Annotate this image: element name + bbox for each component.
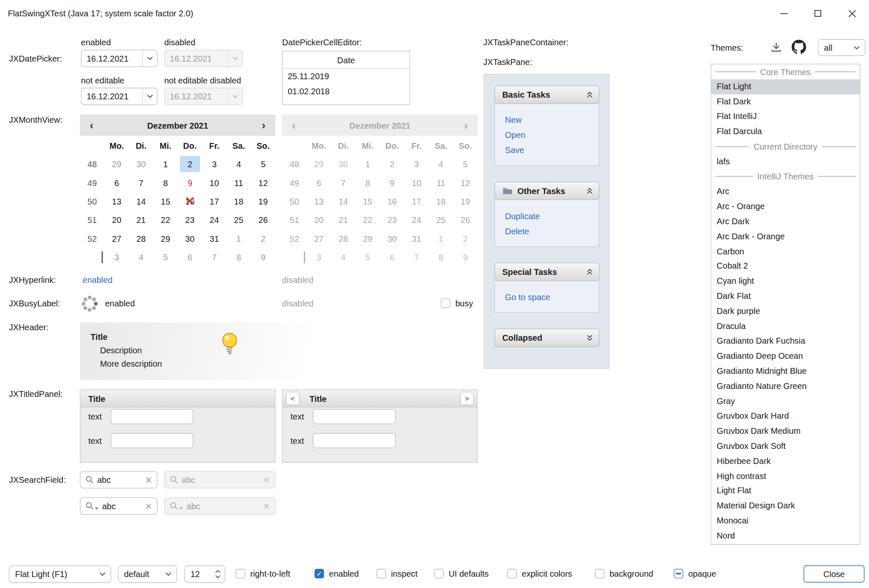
calendar-day[interactable]: 19 [453,192,477,211]
calendar-day[interactable]: 13 [307,192,331,211]
theme-item-cobalt-2[interactable]: Cobalt 2 [711,259,860,274]
checkbox-enabled[interactable]: ✓enabled [315,569,359,578]
table-header[interactable]: Date [283,52,410,69]
checkbox-box[interactable] [441,298,450,308]
close-window-button[interactable] [835,0,869,27]
theme-item-flat-dark[interactable]: Flat Dark [711,94,860,109]
theme-item-cyan-light[interactable]: Cyan light [711,274,860,289]
calendar-day[interactable]: 9 [380,174,404,192]
calendar-day[interactable]: 9 [453,248,477,267]
theme-item-material-design-dark[interactable]: Material Design Dark [711,498,860,513]
checkbox-ui-defaults[interactable]: UI defaults [434,569,489,578]
theme-item-gruvbox-dark-medium[interactable]: Gruvbox Dark Medium [711,424,860,439]
theme-item-flat-darcula[interactable]: Flat Darcula [711,124,860,139]
close-button[interactable]: Close [803,565,865,583]
theme-item-gruvbox-dark-hard[interactable]: Gruvbox Dark Hard [711,409,860,424]
search-field-with-menu[interactable]: abc [80,497,158,515]
calendar-day[interactable]: 4 [331,248,355,267]
checkbox-opaque[interactable]: opaque [674,569,716,578]
calendar-day[interactable]: 9 [178,174,202,192]
calendar-day[interactable]: 13 [104,192,129,211]
calendar-day[interactable]: 10 [202,174,226,192]
calendar-day[interactable]: 11 [429,174,453,192]
theme-item-arc-dark[interactable]: Arc Dark [711,214,860,229]
clear-icon[interactable] [145,503,152,509]
theme-item-arc-orange[interactable]: Arc - Orange [711,199,860,214]
calendar-day[interactable]: 2 [178,155,202,174]
calendar-day[interactable]: 17 [202,192,226,211]
laf-combo[interactable]: Flat Light (F1) [9,565,111,583]
calendar-day[interactable]: 30 [129,155,153,174]
calendar-day[interactable]: 16✕ [178,192,202,211]
taskpane-header[interactable]: Basic Tasks [494,85,600,104]
datepicker-not-editable[interactable]: 16.12.2021 [81,88,158,105]
calendar-day[interactable]: 2 [251,229,275,248]
calendar-day[interactable]: 18 [227,192,251,211]
calendar-day[interactable]: 3 [202,155,226,174]
taskpane-header[interactable]: Special Tasks [494,263,600,281]
themes-list[interactable]: Core ThemesFlat LightFlat DarkFlat Intel… [711,64,860,545]
titled-panel-input[interactable] [313,409,396,424]
calendar-day[interactable]: 2 [453,229,477,248]
calendar-day[interactable]: 29 [355,229,380,248]
calendar-day[interactable]: 21 [331,211,355,230]
calendar-day[interactable]: 27 [307,229,331,248]
calendar-day[interactable]: 7 [404,248,429,267]
calendar-day[interactable]: 29 [153,229,178,248]
calendar-day[interactable]: 1 [429,229,453,248]
calendar-day[interactable]: 3 [104,248,129,267]
checkbox-box[interactable] [434,569,444,578]
calendar-day[interactable]: 26 [453,211,477,230]
font-combo[interactable]: default [118,565,177,583]
calendar-day[interactable]: 15 [355,192,380,211]
checkbox-box[interactable] [507,569,517,578]
calendar-day[interactable]: 30 [331,155,355,174]
calendar-day[interactable]: 6 [380,248,404,267]
datepicker-dropdown-button[interactable] [142,88,157,105]
calendar-day[interactable]: 22 [355,211,380,230]
checkbox-box[interactable] [674,569,683,578]
datepicker-enabled[interactable]: 16.12.2021 [81,50,158,67]
theme-item-gradianto-nature-green[interactable]: Gradianto Nature Green [711,379,860,394]
theme-item-gradianto-deep-ocean[interactable]: Gradianto Deep Ocean [711,349,860,364]
calendar-day[interactable]: 4 [129,248,153,267]
prev-month-button[interactable]: ‹ [80,114,103,136]
task-link-new[interactable]: New [505,112,599,127]
table-row[interactable]: 01.02.2018 [283,84,410,99]
task-link-save[interactable]: Save [505,142,599,158]
calendar-day[interactable]: 23 [380,211,404,230]
calendar-day[interactable]: 7 [202,248,226,267]
calendar-day[interactable]: 22 [153,211,178,230]
checkbox-inspect[interactable]: inspect [377,569,418,578]
calendar-day[interactable]: 8 [153,174,178,192]
hyperlink-enabled[interactable]: enabled [83,275,112,285]
calendar-day[interactable]: 28 [331,229,355,248]
calendar-day[interactable]: 30 [380,229,404,248]
calendar-day[interactable]: 5 [251,155,275,174]
theme-item-lafs[interactable]: lafs [711,154,860,169]
maximize-button[interactable] [801,0,835,27]
task-link-go-to-space[interactable]: Go to space [505,290,599,305]
calendar-day[interactable]: 23 [178,211,202,230]
calendar-day[interactable]: 12 [251,174,275,192]
calendar-day[interactable]: 25 [227,211,251,230]
theme-item-monocai[interactable]: Monocai [711,513,860,528]
theme-item-arc[interactable]: Arc [711,184,860,199]
titled-panel-input[interactable] [313,433,396,448]
calendar-day[interactable]: 16✕ [380,192,404,211]
taskpane-header[interactable]: Collapsed [494,329,600,347]
theme-item-flat-intellij[interactable]: Flat IntelliJ [711,109,860,124]
calendar-day[interactable]: 8 [429,248,453,267]
calendar-day[interactable]: 30 [178,229,202,248]
task-link-delete[interactable]: Delete [505,223,599,238]
theme-item-gradianto-midnight-blue[interactable]: Gradianto Midnight Blue [711,364,860,379]
search-field[interactable]: abc [80,471,158,488]
checkbox-box[interactable]: ✓ [315,569,324,578]
titled-panel-input[interactable] [111,433,193,448]
theme-item-light-flat[interactable]: Light Flat [711,484,860,499]
datepicker-dropdown-button[interactable] [142,50,157,67]
calendar-day[interactable]: 7 [331,174,355,192]
panel-left-arrow-button[interactable]: < [286,392,300,405]
minimize-button[interactable] [767,0,801,27]
expand-icon[interactable] [586,334,593,341]
